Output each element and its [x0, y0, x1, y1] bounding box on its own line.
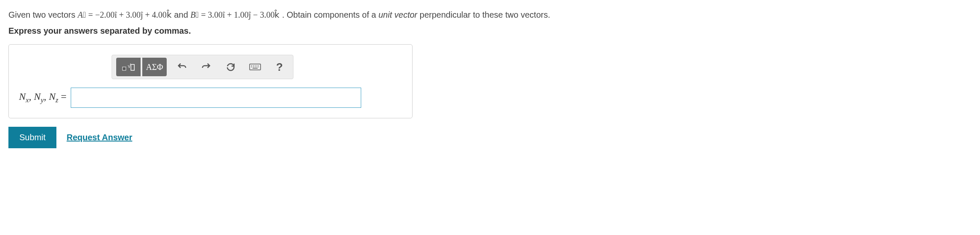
redo-icon — [201, 62, 211, 72]
nx-label: N — [19, 91, 26, 102]
vector-b-value: 3.00î + 1.00ĵ − 3.00k̂ — [208, 10, 280, 19]
answer-box: √ ΑΣΦ — [8, 44, 413, 118]
request-answer-link[interactable]: Request Answer — [67, 133, 132, 142]
reset-icon — [226, 62, 236, 72]
undo-button[interactable] — [173, 59, 191, 75]
svg-rect-2 — [131, 64, 134, 70]
answer-label: Nx, Ny, Nz = — [19, 91, 67, 104]
question-suffix2: perpendicular to these two vectors. — [420, 10, 550, 19]
svg-rect-0 — [122, 67, 126, 70]
ny-label: N — [34, 91, 40, 102]
equals-label: = — [58, 91, 67, 102]
answer-row: Nx, Ny, Nz = — [19, 88, 402, 108]
format-group: √ ΑΣΦ — [116, 58, 167, 76]
equals-2: = — [201, 10, 208, 19]
svg-rect-3 — [250, 64, 261, 70]
help-button[interactable]: ? — [270, 59, 289, 75]
svg-text:√: √ — [128, 63, 131, 69]
submit-button[interactable]: Submit — [8, 127, 56, 148]
answer-input[interactable] — [71, 88, 361, 108]
vector-a-symbol: A⃗ — [78, 10, 86, 19]
unit-vector-text: unit vector — [378, 10, 417, 19]
template-button[interactable]: √ — [116, 58, 141, 76]
question-prefix: Given two vectors — [8, 10, 78, 19]
comma1: , — [29, 91, 34, 102]
vector-b-symbol: B⃗ — [190, 10, 199, 19]
greek-button[interactable]: ΑΣΦ — [142, 58, 167, 76]
keyboard-button[interactable] — [246, 59, 264, 75]
keyboard-icon — [249, 63, 261, 71]
template-icon: √ — [122, 62, 135, 72]
ny-sub: y — [40, 96, 43, 104]
question-suffix: . Obtain components of a — [282, 10, 378, 19]
submit-row: Submit Request Answer — [8, 127, 972, 148]
undo-icon — [177, 62, 187, 72]
nz-label: N — [49, 91, 56, 102]
vector-a-value: −2.00î + 3.00ĵ + 4.00k̂ — [95, 10, 172, 19]
question-text: Given two vectors A⃗ = −2.00î + 3.00ĵ + … — [8, 8, 972, 21]
and-text: and — [174, 10, 190, 19]
redo-button[interactable] — [197, 59, 216, 75]
equals-1: = — [88, 10, 95, 19]
equation-toolbar: √ ΑΣΦ — [112, 55, 293, 79]
reset-button[interactable] — [221, 59, 240, 75]
comma2: , — [44, 91, 49, 102]
instruction-text: Express your answers separated by commas… — [8, 26, 972, 36]
